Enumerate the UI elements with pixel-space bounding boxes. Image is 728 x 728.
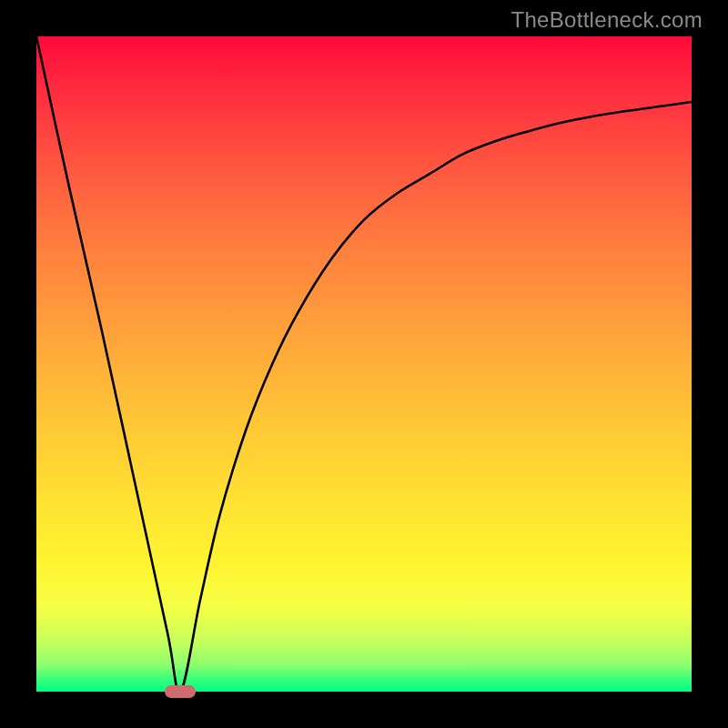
curve-path: [36, 36, 692, 693]
bottleneck-curve: [36, 36, 692, 692]
minimum-marker: [165, 685, 196, 698]
plot-area: [36, 36, 692, 692]
chart-frame: TheBottleneck.com: [0, 0, 728, 728]
watermark-text: TheBottleneck.com: [511, 7, 703, 33]
